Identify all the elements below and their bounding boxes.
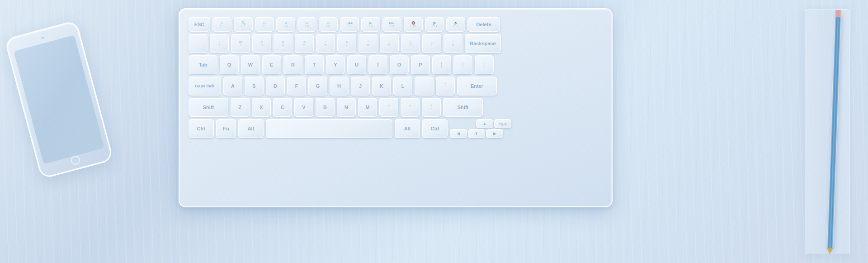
key-caps-lock[interactable]: Gaps lock bbox=[189, 77, 221, 96]
key-z[interactable]: Z bbox=[231, 98, 250, 117]
key-tilde[interactable]: ~` bbox=[189, 34, 208, 53]
key-k[interactable]: K bbox=[372, 77, 391, 96]
key-enter[interactable]: Enter bbox=[457, 77, 497, 96]
keyboard-row-zxcv: Shift Z X C V B N M <, >. ?/ Shift bbox=[189, 98, 603, 117]
key-8[interactable]: *8 bbox=[359, 34, 377, 53]
key-f12[interactable]: 🔊F12 bbox=[446, 17, 465, 32]
key-1[interactable]: !1 bbox=[210, 34, 229, 53]
key-f6[interactable]: ⊟F6 bbox=[319, 17, 338, 32]
key-tab[interactable]: Tab bbox=[189, 55, 217, 74]
key-esc[interactable]: ESC bbox=[189, 17, 210, 32]
key-t[interactable]: T bbox=[305, 55, 324, 74]
key-arrow-left[interactable]: ◀ bbox=[450, 129, 467, 138]
key-d[interactable]: D bbox=[266, 77, 285, 96]
keyboard-row-qwerty: Tab Q W E R T Y U I O P {[ }] |\ bbox=[189, 55, 603, 74]
key-a[interactable]: A bbox=[223, 77, 242, 96]
key-0[interactable]: )0 bbox=[401, 34, 420, 53]
key-f4[interactable]: ⧉F4 bbox=[276, 17, 295, 32]
pencil-tip bbox=[827, 248, 833, 254]
key-9[interactable]: (9 bbox=[380, 34, 399, 53]
key-f8[interactable]: ▶|F8 bbox=[361, 17, 380, 32]
key-page-up[interactable]: PgUp bbox=[494, 119, 511, 128]
key-slash[interactable]: ?/ bbox=[422, 98, 441, 117]
key-delete[interactable]: Delete bbox=[467, 17, 500, 32]
key-l[interactable]: L bbox=[393, 77, 412, 96]
key-f2[interactable]: 🔍F2 bbox=[234, 17, 253, 32]
key-ctrl-left[interactable]: Ctrl bbox=[189, 119, 214, 138]
key-minus[interactable]: _- bbox=[422, 34, 441, 53]
key-i[interactable]: I bbox=[368, 55, 387, 74]
key-f7[interactable]: |◀◀F7 bbox=[340, 17, 359, 32]
key-f1[interactable]: ⟳F1 bbox=[212, 17, 231, 32]
key-5[interactable]: %5 bbox=[295, 34, 314, 53]
key-period[interactable]: >. bbox=[401, 98, 420, 117]
key-o[interactable]: O bbox=[390, 55, 409, 74]
keyboard: ESC ⟳F1 🔍F2 ⊡F3 ⧉F4 ⊞F5 ⊟F6 |◀◀F7 ▶|F8 ▶… bbox=[179, 8, 613, 207]
key-f[interactable]: F bbox=[287, 77, 306, 96]
key-semicolon[interactable]: :; bbox=[415, 77, 434, 96]
key-ctrl-right[interactable]: Ctrl bbox=[422, 119, 448, 138]
key-e[interactable]: E bbox=[262, 55, 281, 74]
key-arrow-up[interactable]: ▲ bbox=[476, 119, 493, 128]
key-x[interactable]: X bbox=[252, 98, 271, 117]
key-bracket-close[interactable]: }] bbox=[453, 55, 472, 74]
key-equals[interactable]: += bbox=[443, 34, 462, 53]
key-r[interactable]: R bbox=[283, 55, 302, 74]
key-p[interactable]: P bbox=[411, 55, 430, 74]
key-f11[interactable]: 🔉F11 bbox=[425, 17, 444, 32]
keyboard-row-asdf: Gaps lock A S D F G H J K L :; "' Enter bbox=[189, 77, 603, 96]
key-b[interactable]: B bbox=[316, 98, 335, 117]
key-f3[interactable]: ⊡F3 bbox=[255, 17, 274, 32]
key-2[interactable]: @2 bbox=[231, 34, 250, 53]
key-fn[interactable]: Fn bbox=[216, 119, 236, 138]
key-backslash[interactable]: |\ bbox=[475, 55, 494, 74]
key-arrow-right[interactable]: ▶ bbox=[486, 129, 503, 138]
keyboard-row-numbers: ~` !1 @2 #3 $4 %5 ^6 &7 *8 (9 )0 _- += B… bbox=[189, 34, 603, 53]
key-quote[interactable]: "' bbox=[436, 77, 455, 96]
phone-camera bbox=[40, 36, 45, 40]
key-m[interactable]: M bbox=[358, 98, 377, 117]
key-comma[interactable]: <, bbox=[379, 98, 398, 117]
key-y[interactable]: Y bbox=[326, 55, 345, 74]
key-shift-right[interactable]: Shift bbox=[443, 98, 483, 117]
keyboard-row-bottom: Ctrl Fn Alt Alt Ctrl ▲ PgUp ◀ ▼ ▶ bbox=[189, 119, 603, 138]
arrow-key-group: ▲ PgUp ◀ ▼ ▶ bbox=[450, 119, 511, 138]
pencil-eraser bbox=[835, 10, 842, 17]
key-backspace[interactable]: Backspace bbox=[465, 34, 501, 53]
key-h[interactable]: H bbox=[330, 77, 349, 96]
key-f5[interactable]: ⊞F5 bbox=[297, 17, 316, 32]
key-n[interactable]: N bbox=[337, 98, 356, 117]
key-s[interactable]: S bbox=[245, 77, 264, 96]
keyboard-row-fn: ESC ⟳F1 🔍F2 ⊡F3 ⧉F4 ⊞F5 ⊟F6 |◀◀F7 ▶|F8 ▶… bbox=[189, 17, 603, 32]
key-shift-left[interactable]: Shift bbox=[189, 98, 228, 117]
key-6[interactable]: ^6 bbox=[316, 34, 335, 53]
key-bracket-open[interactable]: {[ bbox=[432, 55, 451, 74]
key-arrow-down[interactable]: ▼ bbox=[468, 129, 485, 138]
key-alt-left[interactable]: Alt bbox=[238, 119, 264, 138]
desktop-scene: ESC ⟳F1 🔍F2 ⊡F3 ⧉F4 ⊞F5 ⊟F6 |◀◀F7 ▶|F8 ▶… bbox=[0, 0, 868, 263]
key-f10[interactable]: 🔇F10 bbox=[404, 17, 423, 32]
key-q[interactable]: Q bbox=[220, 55, 239, 74]
key-w[interactable]: W bbox=[241, 55, 260, 74]
key-7[interactable]: &7 bbox=[337, 34, 356, 53]
key-4[interactable]: $4 bbox=[274, 34, 292, 53]
key-v[interactable]: V bbox=[294, 98, 313, 117]
key-space[interactable] bbox=[266, 119, 392, 138]
key-alt-right[interactable]: Alt bbox=[395, 119, 420, 138]
key-u[interactable]: U bbox=[347, 55, 366, 74]
key-g[interactable]: G bbox=[308, 77, 327, 96]
key-j[interactable]: J bbox=[351, 77, 370, 96]
key-c[interactable]: C bbox=[273, 98, 292, 117]
key-3[interactable]: #3 bbox=[252, 34, 271, 53]
notebook bbox=[805, 9, 850, 253]
key-f9[interactable]: ▶▶|F9 bbox=[382, 17, 401, 32]
